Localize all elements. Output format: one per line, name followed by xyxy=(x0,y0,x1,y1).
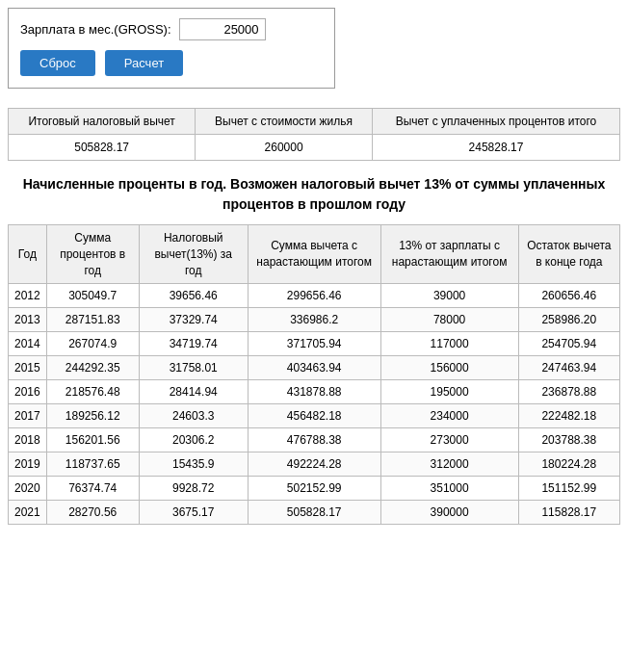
cell-6-1: 156201.56 xyxy=(46,428,139,452)
cell-9-0: 2021 xyxy=(9,501,47,525)
cell-4-2: 28414.94 xyxy=(139,380,248,404)
summary-section: Итоговый налоговый вычет Вычет с стоимос… xyxy=(8,108,620,161)
cell-0-0: 2012 xyxy=(9,284,47,308)
reset-button[interactable]: Сброс xyxy=(20,50,95,76)
cell-6-2: 20306.2 xyxy=(139,428,248,452)
cell-3-4: 156000 xyxy=(380,356,518,380)
cell-6-4: 273000 xyxy=(380,428,518,452)
cell-5-3: 456482.18 xyxy=(248,404,380,428)
table-row: 2015244292.3531758.01403463.941560002474… xyxy=(9,356,620,380)
table-row: 2017189256.1224603.3456482.1823400022248… xyxy=(9,404,620,428)
salary-label: Зарплата в мес.(GROSS): xyxy=(20,22,171,37)
cell-4-0: 2016 xyxy=(9,380,47,404)
table-row: 2013287151.8337329.74336986.278000258986… xyxy=(9,308,620,332)
data-section: ГодСумма процентов в годНалоговый вычет(… xyxy=(8,224,620,525)
cell-9-2: 3675.17 xyxy=(139,501,248,525)
summary-data-row: 505828.17 260000 245828.17 xyxy=(9,135,620,161)
cell-8-1: 76374.74 xyxy=(46,477,139,501)
cell-7-4: 312000 xyxy=(380,452,518,477)
top-section: Зарплата в мес.(GROSS): Сброс Расчет xyxy=(8,8,335,89)
summary-value-0: 505828.17 xyxy=(9,135,196,161)
cell-9-1: 28270.56 xyxy=(46,501,139,525)
cell-3-3: 403463.94 xyxy=(248,356,380,380)
cell-2-3: 371705.94 xyxy=(248,332,380,356)
cell-8-3: 502152.99 xyxy=(248,477,380,501)
summary-value-1: 260000 xyxy=(196,135,373,161)
cell-7-2: 15435.9 xyxy=(139,452,248,477)
cell-7-3: 492224.28 xyxy=(248,452,380,477)
cell-9-5: 115828.17 xyxy=(518,501,619,525)
cell-1-2: 37329.74 xyxy=(139,308,248,332)
cell-1-0: 2013 xyxy=(9,308,47,332)
cell-4-3: 431878.88 xyxy=(248,380,380,404)
cell-8-2: 9928.72 xyxy=(139,477,248,501)
data-header-5: Остаток вычета в конце года xyxy=(518,225,619,284)
data-table-head: ГодСумма процентов в годНалоговый вычет(… xyxy=(9,225,620,284)
summary-header-0: Итоговый налоговый вычет xyxy=(9,109,196,135)
table-row: 2012305049.739656.46299656.4639000260656… xyxy=(9,284,620,308)
cell-2-1: 267074.9 xyxy=(46,332,139,356)
cell-0-2: 39656.46 xyxy=(139,284,248,308)
cell-4-4: 195000 xyxy=(380,380,518,404)
cell-0-3: 299656.46 xyxy=(248,284,380,308)
salary-input[interactable] xyxy=(179,18,266,40)
table-row: 202128270.563675.17505828.17390000115828… xyxy=(9,501,620,525)
cell-3-0: 2015 xyxy=(9,356,47,380)
data-table: ГодСумма процентов в годНалоговый вычет(… xyxy=(8,224,620,525)
cell-2-2: 34719.74 xyxy=(139,332,248,356)
cell-7-1: 118737.65 xyxy=(46,452,139,477)
summary-header-row: Итоговый налоговый вычет Вычет с стоимос… xyxy=(9,109,620,135)
cell-9-4: 390000 xyxy=(380,501,518,525)
data-header-3: Сумма вычета с нарастающим итогом xyxy=(248,225,380,284)
table-row: 2016218576.4828414.94431878.881950002368… xyxy=(9,380,620,404)
cell-1-4: 78000 xyxy=(380,308,518,332)
cell-3-1: 244292.35 xyxy=(46,356,139,380)
cell-1-1: 287151.83 xyxy=(46,308,139,332)
salary-row: Зарплата в мес.(GROSS): xyxy=(20,18,323,40)
table-row: 2019118737.6515435.9492224.2831200018022… xyxy=(9,452,620,477)
cell-3-2: 31758.01 xyxy=(139,356,248,380)
summary-header-2: Вычет с уплаченных процентов итого xyxy=(372,109,619,135)
btn-row: Сброс Расчет xyxy=(20,50,323,76)
data-header-2: Налоговый вычет(13%) за год xyxy=(139,225,248,284)
cell-4-1: 218576.48 xyxy=(46,380,139,404)
table-row: 202076374.749928.72502152.99351000151152… xyxy=(9,477,620,501)
table-row: 2014267074.934719.74371705.9411700025470… xyxy=(9,332,620,356)
cell-5-4: 234000 xyxy=(380,404,518,428)
cell-8-5: 151152.99 xyxy=(518,477,619,501)
cell-2-4: 117000 xyxy=(380,332,518,356)
cell-4-5: 236878.88 xyxy=(518,380,619,404)
heading-section: Начисленные проценты в год. Возможен нал… xyxy=(8,174,620,215)
cell-7-5: 180224.28 xyxy=(518,452,619,477)
cell-0-4: 39000 xyxy=(380,284,518,308)
cell-2-5: 254705.94 xyxy=(518,332,619,356)
cell-6-3: 476788.38 xyxy=(248,428,380,452)
cell-1-5: 258986.20 xyxy=(518,308,619,332)
cell-5-2: 24603.3 xyxy=(139,404,248,428)
data-header-4: 13% от зарплаты с нарастающим итогом xyxy=(380,225,518,284)
cell-8-0: 2020 xyxy=(9,477,47,501)
cell-3-5: 247463.94 xyxy=(518,356,619,380)
table-row: 2018156201.5620306.2476788.3827300020378… xyxy=(9,428,620,452)
cell-7-0: 2019 xyxy=(9,452,47,477)
heading-text: Начисленные проценты в год. Возможен нал… xyxy=(8,174,620,215)
cell-9-3: 505828.17 xyxy=(248,501,380,525)
cell-8-4: 351000 xyxy=(380,477,518,501)
cell-0-5: 260656.46 xyxy=(518,284,619,308)
data-table-body: 2012305049.739656.46299656.4639000260656… xyxy=(9,284,620,525)
summary-table: Итоговый налоговый вычет Вычет с стоимос… xyxy=(8,108,620,161)
summary-header-1: Вычет с стоимости жилья xyxy=(196,109,373,135)
cell-6-5: 203788.38 xyxy=(518,428,619,452)
cell-5-5: 222482.18 xyxy=(518,404,619,428)
cell-1-3: 336986.2 xyxy=(248,308,380,332)
calc-button[interactable]: Расчет xyxy=(105,50,183,76)
cell-2-0: 2014 xyxy=(9,332,47,356)
data-header-1: Сумма процентов в год xyxy=(46,225,139,284)
cell-5-0: 2017 xyxy=(9,404,47,428)
data-header-0: Год xyxy=(9,225,47,284)
cell-6-0: 2018 xyxy=(9,428,47,452)
data-header-row: ГодСумма процентов в годНалоговый вычет(… xyxy=(9,225,620,284)
summary-value-2: 245828.17 xyxy=(372,135,619,161)
cell-0-1: 305049.7 xyxy=(46,284,139,308)
cell-5-1: 189256.12 xyxy=(46,404,139,428)
